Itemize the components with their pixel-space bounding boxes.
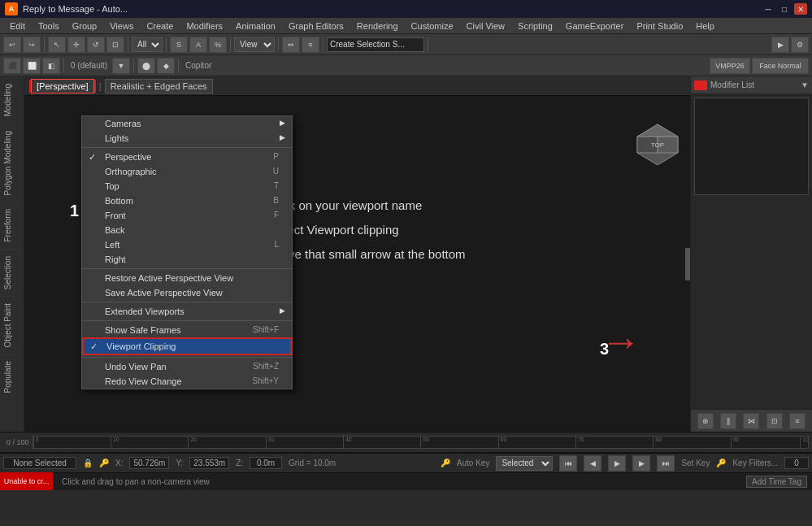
perspective-label[interactable]: [Perspective] [31,79,94,93]
left-sidebar: Modeling Polygon Modeling Freeform Selec… [0,76,24,432]
move-button[interactable]: ✛ [67,37,85,53]
menu-item-graph-editors[interactable]: Graph Editors [282,20,350,33]
mirror-button[interactable]: ⇔ [282,37,300,53]
snap-angle-button[interactable]: A [189,37,207,53]
menu-item-print-studio[interactable]: Print Studio [630,20,689,33]
rs-btn-4[interactable]: ⊡ [766,413,783,429]
menu-item-modifiers[interactable]: Modifiers [180,20,229,33]
vmpp-btn[interactable]: VMPP26 [710,58,750,74]
toolbar-separator-3 [166,37,167,52]
ctx-right[interactable]: Right [82,252,292,267]
layer-select[interactable]: All [132,37,163,52]
align-button[interactable]: ≡ [302,37,319,53]
undo-button[interactable]: ↩ [3,37,21,53]
ctx-show-safe-frames[interactable]: Show Safe Frames Shift+F [82,323,292,337]
sub-sep-1 [63,59,64,73]
ctx-save-perspective[interactable]: Save Active Perspective View [82,285,292,300]
anim-btn-2[interactable]: ◆ [157,58,175,74]
toolbar-separator-1 [44,37,45,52]
ctx-undo-view-pan[interactable]: Undo View Pan Shift+Z [82,359,292,374]
rs-btn-2[interactable]: ‖ [720,413,736,429]
sidebar-tab-selection[interactable]: Selection [0,249,24,296]
ctx-perspective[interactable]: ✓ Perspective P [82,150,292,164]
ctx-cameras[interactable]: Cameras [82,116,292,131]
prev-frame-btn[interactable]: ⏮ [559,455,577,472]
viewport-area: [Perspective] ] Realistic + Edged Faces … [24,76,690,432]
sidebar-tab-polygon-modeling[interactable]: Polygon Modeling [0,124,24,202]
sidebar-tab-object-paint[interactable]: Object Paint [0,296,24,354]
model-btn[interactable]: ⬛ [3,58,21,74]
menu-item-scripting[interactable]: Scripting [511,20,559,33]
ctx-back[interactable]: Back [82,223,292,237]
menu-item-animation[interactable]: Animation [229,20,282,33]
modifier-list-arrow[interactable]: ▼ [801,80,809,89]
menu-item-views[interactable]: Views [103,20,140,33]
ctx-extended-viewports[interactable]: Extended Viewports [82,304,292,319]
timeline-current: 0 / 100 [3,438,33,446]
select-button[interactable]: ↖ [48,37,66,53]
ctx-top[interactable]: Top T [82,179,292,193]
ctx-viewport-clipping[interactable]: ✓ Viewport Clipping [82,337,292,355]
sidebar-tab-freeform[interactable]: Freeform [0,202,24,249]
menu-item-create[interactable]: Create [140,20,180,33]
sidebar-tab-modeling[interactable]: Modeling [0,76,24,124]
minimize-button[interactable]: ─ [762,3,775,15]
next-btn[interactable]: ▶ [632,455,650,472]
menu-item-gameexporter[interactable]: GameExporter [559,20,631,33]
render-button[interactable]: ▶ [771,37,789,53]
ctx-orthographic[interactable]: Orthographic U [82,164,292,179]
modifier-list-dropdown[interactable]: Modifier List [710,80,801,89]
prev-btn[interactable]: ◀ [584,455,601,472]
next-frame-btn[interactable]: ⏭ [657,455,675,472]
menu-item-rendering[interactable]: Rendering [350,20,405,33]
render-settings-button[interactable]: ⚙ [791,37,809,53]
toolbar-separator-4 [230,37,231,52]
scale-button[interactable]: ⊡ [106,37,124,53]
snap-percent-button[interactable]: % [209,37,227,53]
menu-item-help[interactable]: Help [689,20,721,33]
ctx-left[interactable]: Left L [82,237,292,252]
menu-item-group[interactable]: Group [66,20,104,33]
menu-item-customize[interactable]: Customize [405,20,460,33]
toolbar-separator-2 [128,37,128,52]
sidebar-tab-populate[interactable]: Populate [0,354,24,399]
color-swatch[interactable] [694,80,707,90]
menu-item-edit[interactable]: Edit [3,20,32,33]
tick-100: 100 [800,437,809,448]
add-time-tag-button[interactable]: Add Time Tag [746,476,807,488]
tick-80: 80 [653,437,662,448]
anim-btn-1[interactable]: ⬤ [137,58,155,74]
ctx-bottom[interactable]: Bottom B [82,193,292,208]
default-dropdown[interactable]: ▼ [112,58,130,74]
selected-dropdown[interactable]: Selected [496,456,553,471]
ctx-front[interactable]: Front F [82,208,292,223]
maximize-button[interactable]: □ [778,3,791,15]
frame-value: 0 [784,457,809,469]
ctx-restore-perspective[interactable]: Restore Active Perspective View [82,271,292,285]
ctx-lights[interactable]: Lights [82,131,292,146]
snap-button[interactable]: S [170,37,188,53]
view-select[interactable]: View [234,37,275,52]
rs-btn-3[interactable]: ⋈ [743,413,759,429]
menu-item-civil-view[interactable]: Civil View [460,20,511,33]
menu-item-tools[interactable]: Tools [32,20,66,33]
timeline-ruler[interactable]: 0 10 20 30 40 50 60 70 80 90 100 [33,436,809,449]
tick-50: 50 [420,437,429,448]
create-selection-input[interactable] [327,37,424,52]
rotate-button[interactable]: ↺ [87,37,105,53]
key-filters-label: Key Filters... [732,459,778,467]
y-label: Y: [176,459,183,467]
shading-label[interactable]: Realistic + Edged Faces [105,79,213,93]
poly-btn[interactable]: ◧ [42,58,60,74]
close-button[interactable]: ✕ [794,3,807,15]
navigation-cube[interactable]: TOP [633,120,682,169]
rs-btn-1[interactable]: ⊕ [697,413,714,429]
redo-button[interactable]: ↪ [23,37,41,53]
face-normal-btn[interactable]: Face Normal [752,58,809,74]
ctx-redo-view-change[interactable]: Redo View Change Shift+Y [82,374,292,389]
viewport-scroll-indicator[interactable] [685,248,690,280]
play-btn[interactable]: ▶ [608,455,626,472]
svg-marker-1 [637,124,678,137]
scene-btn[interactable]: ⬜ [23,58,41,74]
rs-btn-5[interactable]: ≡ [789,413,805,429]
